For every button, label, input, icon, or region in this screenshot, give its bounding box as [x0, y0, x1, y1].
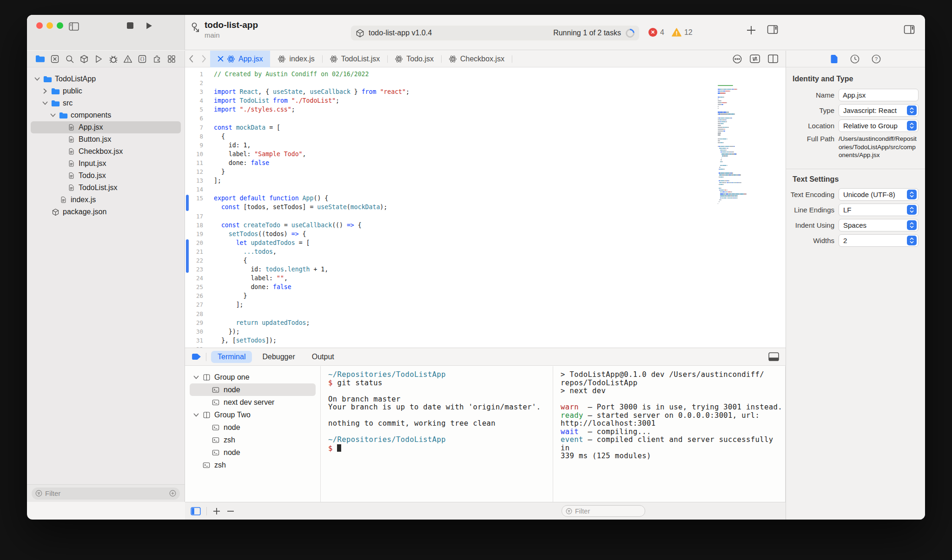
- editor-tab-todo-jsx[interactable]: Todo.jsx: [387, 51, 441, 67]
- editor-tab-index-js[interactable]: index.js: [270, 51, 322, 67]
- toggle-session-list-icon[interactable]: [191, 507, 201, 515]
- navigator-filter-input[interactable]: [45, 489, 166, 497]
- file-tree-item-todo-jsx[interactable]: Todo.jsx: [31, 170, 181, 182]
- file-tree-item-input-jsx[interactable]: Input.jsx: [31, 158, 181, 170]
- package-navigator-icon[interactable]: [79, 54, 89, 64]
- code-editor[interactable]: 1// Created by Austin Condiff on 02/16/2…: [185, 67, 786, 348]
- debug-navigator-icon[interactable]: [109, 54, 118, 64]
- add-terminal-icon[interactable]: [212, 507, 221, 515]
- navigator-filter-field[interactable]: [32, 488, 180, 500]
- grid-navigator-icon[interactable]: [167, 54, 176, 64]
- add-filter-icon[interactable]: [169, 490, 176, 497]
- close-tab-icon[interactable]: [218, 56, 224, 62]
- forward-icon[interactable]: [198, 55, 210, 63]
- code-line[interactable]: 21 ...todos,: [185, 247, 718, 256]
- stop-button[interactable]: [126, 22, 134, 29]
- code-line[interactable]: 2: [185, 79, 718, 87]
- location-select[interactable]: Relative to Group: [839, 119, 919, 132]
- file-tree-item-index-js[interactable]: index.js: [31, 194, 181, 206]
- file-tree-item-checkbox-jsx[interactable]: Checkbox.jsx: [31, 145, 181, 158]
- chevron-down-icon[interactable]: [48, 113, 58, 117]
- code-line[interactable]: 6: [185, 114, 718, 123]
- activity-status-bar[interactable]: todo-list-app v1.0.4 Running 1 of 2 task…: [351, 26, 639, 40]
- add-button[interactable]: [746, 25, 756, 35]
- code-line[interactable]: 24 label: "",: [185, 274, 718, 283]
- run-button[interactable]: [145, 22, 153, 30]
- code-line[interactable]: 20 let updatedTodos = [: [185, 238, 718, 247]
- minimize-window-button[interactable]: [46, 22, 53, 29]
- code-line[interactable]: 30 });: [185, 327, 718, 336]
- toggle-right-sidebar-icon[interactable]: [767, 25, 778, 34]
- code-line[interactable]: 7const mockData = [: [185, 123, 718, 132]
- terminal-output-right[interactable]: > TodoListApp@0.1.0 dev /Users/austincon…: [553, 366, 786, 502]
- name-field[interactable]: [839, 89, 919, 101]
- issues-navigator-icon[interactable]: [123, 54, 132, 64]
- source-control-navigator-icon[interactable]: [50, 54, 60, 64]
- code-line[interactable]: 15export default function App() {: [185, 194, 718, 203]
- code-line[interactable]: 13];: [185, 176, 718, 185]
- minimap[interactable]: [718, 85, 760, 204]
- terminal-filter-field[interactable]: [562, 505, 645, 517]
- terminal-session-group-one[interactable]: Group one: [190, 371, 316, 383]
- code-content[interactable]: 1// Created by Austin Condiff on 02/16/2…: [185, 70, 718, 348]
- code-line[interactable]: 3import React, { useState, useCallback }…: [185, 87, 718, 96]
- editor-tab-todolist-jsx[interactable]: TodoList.jsx: [322, 51, 388, 67]
- swap-editor-icon[interactable]: [750, 54, 760, 63]
- split-editor-icon[interactable]: [768, 54, 778, 63]
- chevron-down-icon[interactable]: [192, 376, 201, 379]
- history-inspector-tab-icon[interactable]: [850, 54, 859, 64]
- dock-tab-terminal[interactable]: Terminal: [211, 351, 252, 363]
- code-line[interactable]: 18 const createTodo = useCallback(() => …: [185, 221, 718, 230]
- code-line[interactable]: 8 {: [185, 132, 718, 141]
- file-tree-item-components[interactable]: components: [31, 109, 181, 121]
- chevron-down-icon[interactable]: [33, 77, 42, 81]
- code-line[interactable]: 12 }: [185, 167, 718, 176]
- text-encoding-select[interactable]: Unicode (UTF-8): [839, 188, 919, 201]
- code-line[interactable]: 28: [185, 310, 718, 318]
- file-tree-item-button-jsx[interactable]: Button.jsx: [31, 133, 181, 145]
- code-line[interactable]: 4import TodoList from "./TodoList";: [185, 96, 718, 105]
- code-line[interactable]: 26 }: [185, 291, 718, 300]
- code-line[interactable]: 17: [185, 212, 718, 221]
- line-endings-select[interactable]: LF: [839, 204, 919, 216]
- project-navigator-icon[interactable]: [35, 55, 45, 63]
- run-navigator-icon[interactable]: [94, 54, 103, 64]
- remove-terminal-icon[interactable]: [226, 507, 235, 515]
- code-line[interactable]: 22 {: [185, 256, 718, 265]
- code-line[interactable]: 23 id: todos.length + 1,: [185, 265, 718, 274]
- toggle-left-sidebar-icon[interactable]: [69, 22, 79, 31]
- code-line[interactable]: 10 label: "Sample Todo",: [185, 150, 718, 158]
- code-line[interactable]: 14: [185, 185, 718, 194]
- close-window-button[interactable]: [36, 22, 43, 29]
- code-line[interactable]: 19 setTodos((todos) => {: [185, 230, 718, 238]
- code-line[interactable]: 11 done: false: [185, 158, 718, 167]
- toggle-inspector-icon[interactable]: [904, 25, 915, 34]
- zoom-window-button[interactable]: [57, 22, 63, 29]
- symbols-navigator-icon[interactable]: {}: [138, 54, 147, 64]
- widths-select[interactable]: 2: [839, 234, 919, 247]
- search-navigator-icon[interactable]: [65, 54, 74, 64]
- code-line[interactable]: 31 }, [setTodos]);: [185, 336, 718, 345]
- file-tree-item-todolist-jsx[interactable]: TodoList.jsx: [31, 182, 181, 194]
- help-inspector-tab-icon[interactable]: ?: [872, 54, 881, 64]
- terminal-filter-input[interactable]: [575, 507, 626, 515]
- issue-badges[interactable]: ✕ 4 12: [648, 28, 693, 37]
- editor-tab-app-jsx[interactable]: App.jsx: [210, 51, 270, 67]
- file-tree-item-public[interactable]: public: [31, 85, 181, 97]
- branch-name[interactable]: main: [205, 32, 258, 40]
- terminal-session-zsh[interactable]: zsh: [190, 459, 316, 471]
- collapse-dock-icon[interactable]: [768, 352, 779, 361]
- error-badge[interactable]: ✕ 4: [648, 28, 664, 37]
- terminal-output-left[interactable]: ~/Repositories/TodoListApp$ git statusOn…: [321, 366, 553, 502]
- code-line[interactable]: const [todos, setTodos] = useState(mockD…: [185, 203, 718, 211]
- terminal-session-node[interactable]: node: [190, 383, 316, 396]
- terminal-session-zsh[interactable]: zsh: [190, 434, 316, 446]
- indent-using-select[interactable]: Spaces: [839, 219, 919, 231]
- file-inspector-tab-icon[interactable]: [830, 54, 838, 64]
- back-icon[interactable]: [185, 55, 198, 63]
- code-line[interactable]: 29 return updatedTodos;: [185, 318, 718, 327]
- terminal-session-group-two[interactable]: Group Two: [190, 408, 316, 421]
- file-tree-item-package-json[interactable]: package.json: [31, 206, 181, 218]
- file-tree-item-todolistapp[interactable]: TodoListApp: [31, 73, 181, 85]
- code-line[interactable]: 1// Created by Austin Condiff on 02/16/2…: [185, 70, 718, 79]
